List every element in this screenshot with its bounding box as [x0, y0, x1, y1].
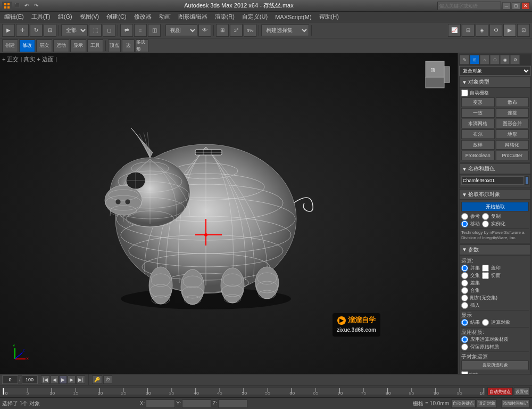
z-coord-input[interactable] — [218, 399, 247, 408]
y-coord-input[interactable] — [182, 399, 211, 408]
union-radio[interactable] — [461, 265, 468, 272]
rotate-btn[interactable]: ↻ — [30, 24, 43, 37]
percent-snap-btn[interactable]: n% — [244, 24, 256, 37]
apply-mat-radio[interactable] — [461, 336, 468, 343]
copy-radio[interactable] — [482, 213, 489, 220]
named-selection-set[interactable]: 构建选择集 — [261, 24, 309, 36]
menu-maxscript[interactable]: MAXScript(M) — [272, 13, 314, 21]
object-type-header[interactable]: ▼ 对象类型 — [459, 77, 531, 87]
move-btn[interactable]: ✛ — [16, 24, 29, 37]
align-btn[interactable]: ≡ — [134, 24, 147, 37]
menu-customize[interactable]: 自定义(U) — [239, 12, 271, 21]
display-tab[interactable]: 显示 — [70, 39, 86, 52]
btn-connect[interactable]: 连接 — [496, 108, 529, 118]
view-btn[interactable]: 👁 — [198, 24, 211, 37]
render-active-btn[interactable]: ⊡ — [517, 24, 530, 37]
intersect-radio[interactable] — [461, 272, 468, 279]
btn-conform[interactable]: 一致 — [461, 108, 495, 118]
btn-procutter[interactable]: ProCutter — [496, 151, 529, 160]
stamp-check[interactable] — [482, 265, 489, 272]
schematic-btn[interactable]: ⊟ — [462, 24, 475, 37]
render-setup-btn[interactable]: ⚙ — [489, 24, 502, 37]
btn-loft[interactable]: 放样 — [461, 140, 495, 150]
select-btn[interactable]: ⬚ — [89, 24, 102, 37]
menu-edit[interactable]: 编辑(E) — [1, 12, 27, 21]
set-key-btn[interactable]: 设置键 — [514, 387, 530, 396]
extract-boolean-header[interactable]: ▼ 拾取布尔对象 — [459, 189, 531, 200]
maximize-btn[interactable]: □ — [512, 2, 520, 10]
menu-animation[interactable]: 动画 — [156, 12, 174, 21]
search-input[interactable] — [437, 2, 501, 10]
cut-check[interactable] — [482, 272, 489, 279]
params-header[interactable]: ▼ 参数 — [459, 244, 531, 255]
rp-tab-hierarchy[interactable]: ⌂ — [480, 55, 489, 64]
x-coord-input[interactable] — [146, 399, 175, 408]
key-mode-btn[interactable]: 🔑 — [92, 375, 102, 384]
btn-meshsmooth[interactable]: 网格化 — [496, 140, 529, 150]
color-swatch[interactable] — [525, 176, 529, 185]
angle-snap-btn[interactable]: 3° — [230, 24, 243, 37]
snap-btn[interactable]: ⊞ — [216, 24, 229, 37]
menu-render[interactable]: 渲染(R) — [212, 12, 238, 21]
nav-cube[interactable]: 顶 — [420, 59, 452, 91]
auto-grid-checkbox[interactable] — [461, 89, 468, 96]
ref-radio[interactable] — [461, 213, 468, 220]
btn-shapemerge[interactable]: 图形合并 — [496, 119, 529, 128]
mirror-btn[interactable]: ⇌ — [120, 24, 133, 37]
total-frames-input[interactable] — [22, 375, 38, 384]
btn-blobmesh[interactable]: 水滴网格 — [461, 119, 495, 128]
menu-graph-editor[interactable]: 图形编辑器 — [175, 12, 211, 21]
result-radio[interactable] — [461, 319, 468, 326]
realtime-check[interactable] — [461, 371, 468, 374]
rp-tab-modify[interactable]: ⊞ — [470, 55, 479, 64]
rp-tab-utility[interactable]: ⚙ — [510, 55, 520, 64]
subtract-radio[interactable] — [461, 280, 468, 287]
sub-object-btn[interactable]: 顶点 — [108, 39, 121, 52]
merge-radio[interactable] — [461, 287, 468, 294]
name-color-header[interactable]: ▼ 名称和颜色 — [459, 163, 531, 174]
menu-create[interactable]: 创建(C) — [103, 12, 129, 21]
rp-tab-motion[interactable]: ⊙ — [490, 55, 500, 64]
instance-radio[interactable] — [482, 220, 489, 227]
keep-mat-radio[interactable] — [461, 343, 468, 350]
compound-objects-combo[interactable]: 复合对象 — [459, 66, 531, 76]
auto-key-status-btn[interactable]: 自动关键点 — [451, 399, 476, 408]
prev-frame-btn[interactable]: ◀ — [51, 375, 59, 384]
current-frame-input[interactable] — [2, 375, 18, 384]
btn-deform[interactable]: 变形 — [461, 97, 495, 107]
time-config-btn[interactable]: ⏱ — [103, 375, 112, 384]
create-tab[interactable]: 创建 — [2, 39, 18, 52]
undo-btn[interactable]: ↶ — [22, 2, 31, 10]
operands-radio[interactable] — [482, 319, 489, 326]
insert-radio[interactable] — [461, 302, 468, 309]
extract-selected-btn[interactable]: 提取所选对象 — [461, 361, 529, 370]
menu-group[interactable]: 组(G) — [55, 12, 76, 21]
menu-help[interactable]: 帮助(H) — [316, 12, 342, 21]
rp-tab-display[interactable]: ◉ — [500, 55, 510, 64]
hierarchy-tab[interactable]: 层次 — [36, 39, 52, 52]
attach-radio[interactable] — [461, 295, 468, 301]
move-radio[interactable] — [461, 220, 468, 227]
select-mode-btn[interactable]: ▶ — [2, 24, 15, 37]
select-filter-status[interactable]: 适定对象 — [477, 399, 497, 408]
select-filter-dropdown[interactable]: 全部 — [61, 24, 88, 36]
btn-scatter[interactable]: 散布 — [496, 97, 529, 107]
btn-boolean[interactable]: 布尔 — [461, 129, 495, 139]
render-btn[interactable]: ▶ — [503, 24, 516, 37]
go-start-btn[interactable]: |◀ — [41, 375, 50, 384]
auto-key-btn[interactable]: 自动关键点 — [487, 387, 513, 396]
menu-modifiers[interactable]: 修改器 — [131, 12, 155, 21]
view-dropdown[interactable]: 视图 — [165, 24, 197, 36]
menu-tools[interactable]: 工具(T) — [28, 12, 54, 21]
next-frame-btn[interactable]: ▶ — [68, 375, 76, 384]
start-pick-btn[interactable]: 开始拾取 — [461, 202, 529, 211]
curve-editor-btn[interactable]: 📈 — [448, 24, 461, 37]
layer-btn[interactable]: ◫ — [148, 24, 161, 37]
select-region-btn[interactable]: ◻ — [103, 24, 115, 37]
close-btn[interactable]: ✕ — [521, 2, 530, 10]
edge-btn[interactable]: 边 — [122, 39, 135, 52]
btn-terrain[interactable]: 地形 — [496, 129, 529, 139]
rp-tab-create[interactable]: ✎ — [460, 55, 469, 64]
go-end-btn[interactable]: ▶| — [76, 375, 85, 384]
minimize-btn[interactable]: ─ — [502, 2, 511, 10]
